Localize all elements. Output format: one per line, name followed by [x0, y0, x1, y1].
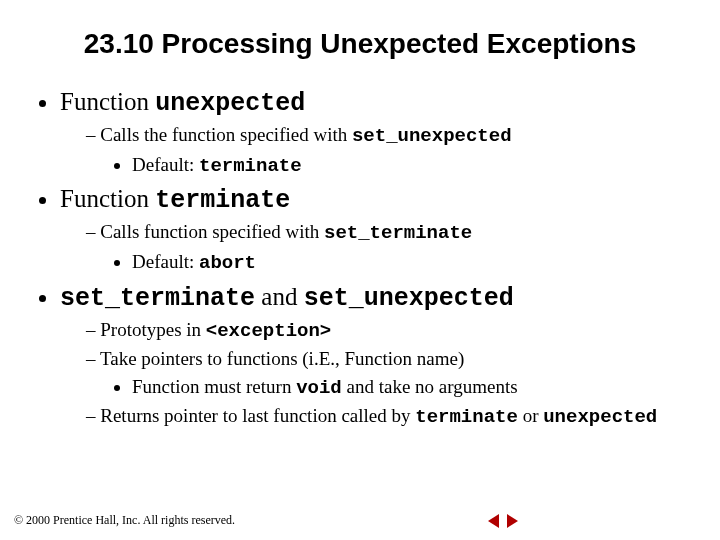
- sub-item: Prototypes in <exception>: [86, 317, 690, 345]
- text: Returns pointer to last function called …: [100, 405, 415, 426]
- bullet-list: Function unexpected Calls the function s…: [60, 88, 690, 431]
- text: Default:: [132, 251, 199, 272]
- text: and take no arguments: [342, 376, 518, 397]
- code: unexpected: [543, 406, 657, 428]
- bullet-3: set_terminate and set_unexpected Prototy…: [60, 283, 690, 432]
- text: Calls function specified with: [100, 221, 324, 242]
- sub-item: Take pointers to functions (i.E., Functi…: [86, 346, 690, 401]
- text: Default:: [132, 154, 199, 175]
- text: Function must return: [132, 376, 296, 397]
- bullet-2: Function terminate Calls function specif…: [60, 185, 690, 276]
- subsub-item: Default: terminate: [132, 152, 690, 180]
- code: void: [296, 377, 342, 399]
- subsub-item: Function must return void and take no ar…: [132, 374, 690, 402]
- text: Function: [60, 185, 155, 212]
- subsub-list: Default: abort: [132, 249, 690, 277]
- code: terminate: [415, 406, 518, 428]
- slide: 23.10 Processing Unexpected Exceptions F…: [0, 0, 720, 540]
- text: Take pointers to functions (i.E., Functi…: [100, 348, 464, 369]
- sub-list: Calls the function specified with set_un…: [86, 122, 690, 179]
- sub-item: Calls function specified with set_termin…: [86, 219, 690, 276]
- code: set_unexpected: [352, 125, 512, 147]
- subsub-list: Function must return void and take no ar…: [132, 374, 690, 402]
- subsub-item: Default: abort: [132, 249, 690, 277]
- code: unexpected: [155, 89, 305, 118]
- text: and: [255, 283, 304, 310]
- code: abort: [199, 252, 256, 274]
- code: terminate: [199, 155, 302, 177]
- slide-title: 23.10 Processing Unexpected Exceptions: [30, 28, 690, 60]
- text: or: [518, 405, 543, 426]
- bullet-1: Function unexpected Calls the function s…: [60, 88, 690, 179]
- sub-list: Calls function specified with set_termin…: [86, 219, 690, 276]
- code: set_unexpected: [304, 284, 514, 313]
- code: <exception>: [206, 320, 331, 342]
- copyright-footer: © 2000 Prentice Hall, Inc. All rights re…: [14, 513, 706, 528]
- text: Function: [60, 88, 155, 115]
- text: Prototypes in: [100, 319, 206, 340]
- text: Calls the function specified with: [100, 124, 352, 145]
- slide-nav: [486, 514, 520, 532]
- code: terminate: [155, 186, 290, 215]
- code: set_terminate: [60, 284, 255, 313]
- sub-list: Prototypes in <exception> Take pointers …: [86, 317, 690, 432]
- sub-item: Returns pointer to last function called …: [86, 403, 690, 431]
- prev-slide-icon[interactable]: [488, 514, 499, 528]
- sub-item: Calls the function specified with set_un…: [86, 122, 690, 179]
- next-slide-icon[interactable]: [507, 514, 518, 528]
- code: set_terminate: [324, 222, 472, 244]
- subsub-list: Default: terminate: [132, 152, 690, 180]
